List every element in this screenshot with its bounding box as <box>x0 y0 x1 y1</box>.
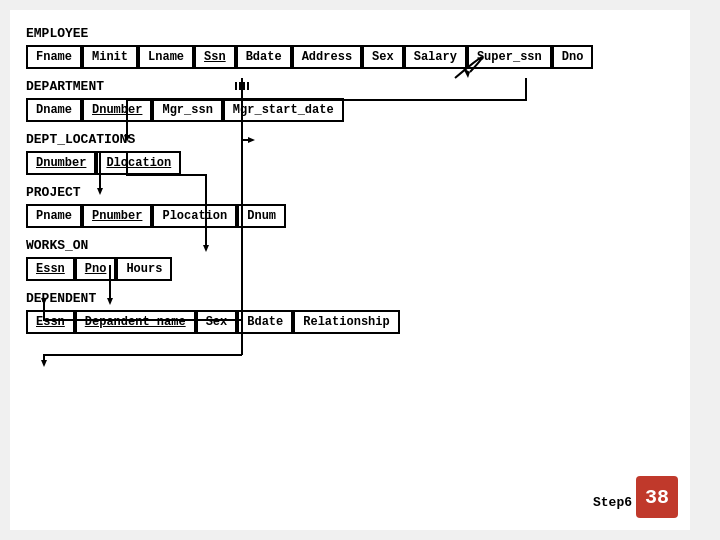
svg-marker-12 <box>41 360 47 367</box>
emp-superssn: Super_ssn <box>467 45 552 69</box>
main-container: EMPLOYEE Fname Minit Lname Ssn Bdate Add… <box>10 10 690 530</box>
emp-sex: Sex <box>362 45 404 69</box>
deptloc-table: Dnumber Dlocation <box>26 151 674 175</box>
emp-dno: Dno <box>552 45 594 69</box>
deptloc-dnumber: Dnumber <box>26 151 96 175</box>
dependent-table: Essn Depandent_name Sex Bdate Relationsh… <box>26 310 674 334</box>
emp-address: Address <box>292 45 362 69</box>
workson-label: WORKS_ON <box>26 238 674 253</box>
emp-lname: Lname <box>138 45 194 69</box>
workson-hours: Hours <box>116 257 172 281</box>
department-table: Dname Dnumber Mgr_ssn Mgr_start_date <box>26 98 674 122</box>
employee-label: EMPLOYEE <box>26 26 674 41</box>
dep-essn: Essn <box>26 310 75 334</box>
proj-dnum: Dnum <box>237 204 286 228</box>
project-table: Pname Pnumber Plocation Dnum <box>26 204 674 228</box>
deptloc-dlocation: Dlocation <box>96 151 181 175</box>
dep-sex: Sex <box>196 310 238 334</box>
proj-pnumber: Pnumber <box>82 204 152 228</box>
dept-mgrssn: Mgr_ssn <box>152 98 222 122</box>
dependent-label: DEPENDENT <box>26 291 674 306</box>
emp-bdate: Bdate <box>236 45 292 69</box>
step-label: Step6 <box>593 495 632 510</box>
emp-fname: Fname <box>26 45 82 69</box>
emp-salary: Salary <box>404 45 467 69</box>
emp-ssn: Ssn <box>194 45 236 69</box>
dependent-section: DEPENDENT Essn Depandent_name Sex Bdate … <box>26 291 674 334</box>
department-label: DEPARTMENT <box>26 79 674 94</box>
employee-table: Fname Minit Lname Ssn Bdate Address Sex … <box>26 45 674 69</box>
workson-pno: Pno <box>75 257 117 281</box>
dept-dname: Dname <box>26 98 82 122</box>
project-section: PROJECT Pname Pnumber Plocation Dnum <box>26 185 674 228</box>
employee-section: EMPLOYEE Fname Minit Lname Ssn Bdate Add… <box>26 26 674 69</box>
proj-plocation: Plocation <box>152 204 237 228</box>
deptloc-label: DEPT_LOCATIONS <box>26 132 674 147</box>
step-badge: 38 <box>636 476 678 518</box>
dept-mgrstartdate: Mgr_start_date <box>223 98 344 122</box>
project-label: PROJECT <box>26 185 674 200</box>
proj-pname: Pname <box>26 204 82 228</box>
dep-name: Depandent_name <box>75 310 196 334</box>
dept-dnumber: Dnumber <box>82 98 152 122</box>
workson-section: WORKS_ON Essn Pno Hours <box>26 238 674 281</box>
deptloc-section: DEPT_LOCATIONS Dnumber Dlocation <box>26 132 674 175</box>
svg-marker-3 <box>463 68 470 78</box>
workson-essn: Essn <box>26 257 75 281</box>
department-section: DEPARTMENT Dname Dnumber Mgr_ssn Mgr_sta… <box>26 79 674 122</box>
workson-table: Essn Pno Hours <box>26 257 674 281</box>
dep-bdate: Bdate <box>237 310 293 334</box>
emp-minit: Minit <box>82 45 138 69</box>
dep-relationship: Relationship <box>293 310 399 334</box>
